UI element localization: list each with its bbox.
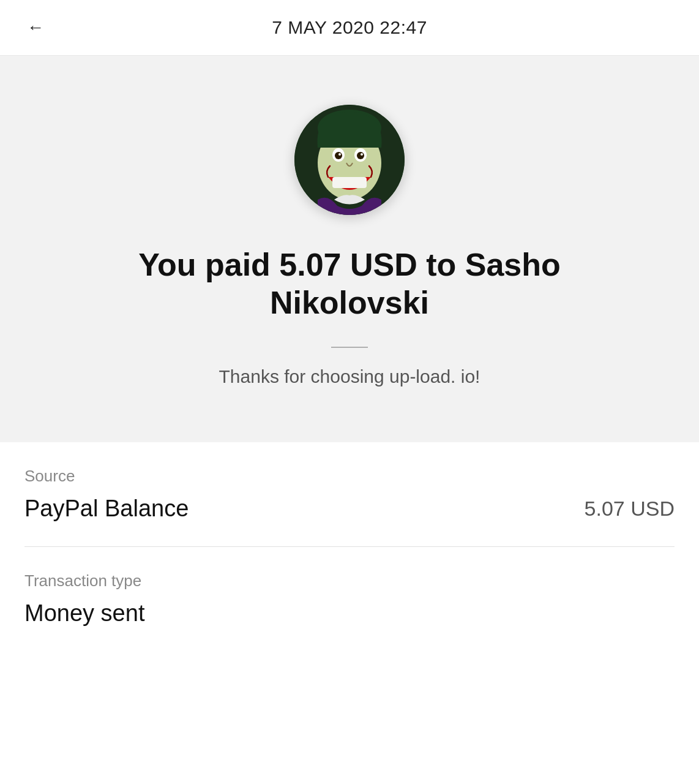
details-section: Source PayPal Balance 5.07 USD Transacti…	[0, 442, 699, 651]
section-divider	[331, 347, 368, 348]
payment-title: You paid 5.07 USD to Sasho Nikolovski	[74, 246, 625, 322]
transaction-type-block: Transaction type Money sent	[24, 547, 675, 651]
transaction-type-value: Money sent	[24, 600, 675, 627]
avatar	[294, 105, 405, 215]
source-row: PayPal Balance 5.07 USD	[24, 496, 675, 522]
transaction-type-label: Transaction type	[24, 571, 675, 590]
source-amount: 5.07 USD	[585, 497, 675, 521]
source-block: Source PayPal Balance 5.07 USD	[24, 442, 675, 547]
svg-point-7	[338, 153, 341, 156]
back-arrow-icon: ←	[27, 18, 44, 37]
page-header: ← 7 MAY 2020 22:47	[0, 0, 699, 56]
svg-point-8	[361, 153, 363, 156]
source-label: Source	[24, 467, 675, 486]
source-value: PayPal Balance	[24, 496, 189, 522]
thank-you-message: Thanks for choosing up-load. io!	[219, 366, 480, 387]
svg-point-6	[357, 152, 364, 159]
avatar-image	[294, 105, 405, 215]
back-button[interactable]: ←	[24, 15, 47, 40]
header-datetime: 7 MAY 2020 22:47	[272, 17, 427, 38]
svg-point-5	[335, 152, 342, 159]
svg-rect-9	[332, 177, 367, 188]
hero-section: You paid 5.07 USD to Sasho Nikolovski Th…	[0, 56, 699, 442]
